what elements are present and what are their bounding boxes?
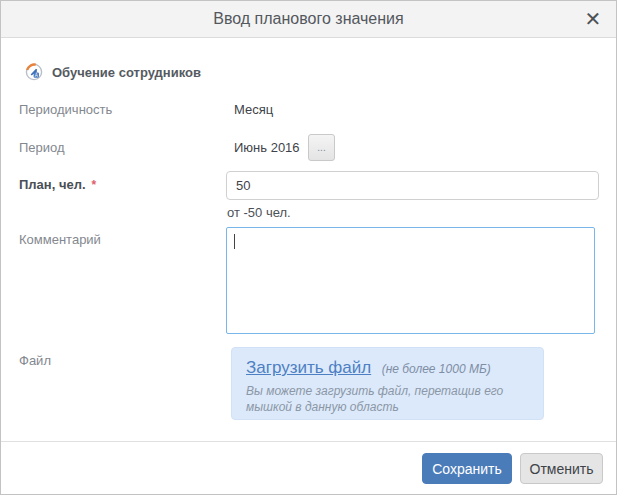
dialog-header: Ввод планового значения ✕ — [1, 1, 616, 38]
close-button[interactable]: ✕ — [580, 6, 606, 32]
file-dropzone[interactable]: Загрузить файл (не более 1000 МБ) Вы мож… — [231, 347, 544, 420]
upload-file-link[interactable]: Загрузить файл — [246, 358, 371, 377]
comment-textarea[interactable] — [226, 227, 595, 334]
periodicity-value: Месяц — [234, 102, 273, 117]
upload-size-limit: (не более 1000 МБ) — [382, 362, 491, 376]
period-label: Период — [19, 140, 65, 155]
plan-label-text: План, чел. — [19, 177, 86, 192]
dialog-title: Ввод планового значения — [1, 10, 616, 28]
indicator-row: A Обучение сотрудников — [25, 63, 201, 81]
required-asterisk: * — [92, 178, 97, 192]
period-value: Июнь 2016 — [234, 140, 300, 155]
plan-label: План, чел.* — [19, 177, 96, 192]
period-picker-button[interactable]: ... — [308, 134, 335, 161]
gauge-icon: A — [25, 63, 43, 81]
upload-hint: Вы можете загрузить файл, перетащив его … — [246, 383, 536, 415]
plan-range-hint: от -50 чел. — [227, 205, 291, 220]
upload-line: Загрузить файл (не более 1000 МБ) — [246, 358, 529, 378]
indicator-name: Обучение сотрудников — [52, 65, 201, 80]
plan-input[interactable] — [226, 171, 599, 200]
plan-value-dialog: Ввод планового значения ✕ A Обучение сот… — [0, 0, 617, 495]
dialog-footer: Сохранить Отменить — [1, 441, 616, 494]
periodicity-label: Периодичность — [19, 102, 112, 117]
cancel-button[interactable]: Отменить — [520, 453, 603, 484]
text-caret — [234, 234, 235, 249]
close-icon: ✕ — [585, 8, 602, 30]
comment-label: Комментарий — [19, 232, 101, 247]
save-button[interactable]: Сохранить — [422, 453, 512, 484]
file-label: Файл — [19, 353, 51, 368]
